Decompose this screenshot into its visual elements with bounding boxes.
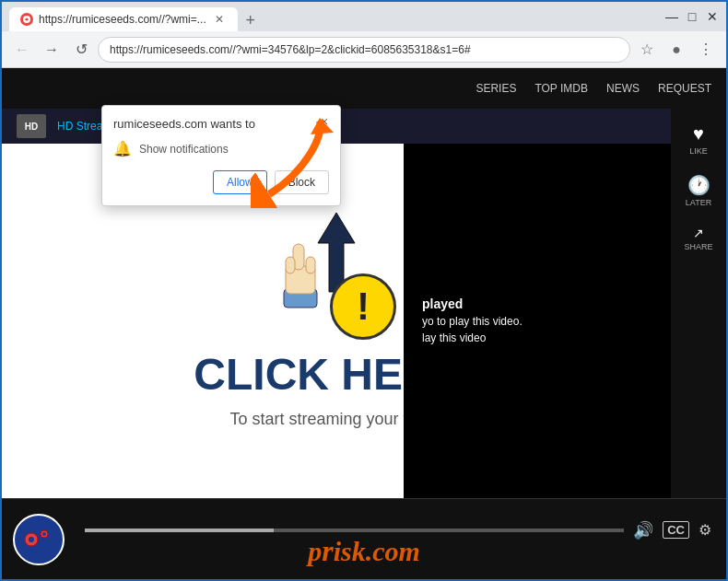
progress-bar[interactable] <box>85 529 624 532</box>
share-action[interactable]: ↗ SHARE <box>684 226 712 251</box>
address-right-icons: ☆ ● ⋮ <box>634 37 719 63</box>
popup-buttons: Allow Block <box>113 170 329 194</box>
popup-close-btn[interactable]: × <box>316 113 333 130</box>
like-label: LIKE <box>689 146 708 156</box>
minimize-button[interactable]: — <box>665 10 678 23</box>
share-label: SHARE <box>684 242 712 251</box>
popup-title: rumiceseeds.com wants to <box>113 117 329 131</box>
nav-request[interactable]: REQUEST <box>658 82 711 95</box>
pcrisk-logo-area <box>2 499 76 580</box>
pcrisk-text: prisk.com <box>308 536 420 566</box>
video-controls: 🔊 CC ⚙ <box>633 520 711 540</box>
site-navigation: SERIES TOP IMDB NEWS REQUEST <box>2 68 726 109</box>
later-icon: 🕐 <box>687 174 710 196</box>
pcrisk-logo-circle <box>13 514 65 565</box>
video-line1: played <box>422 296 463 311</box>
pcrisk-watermark: prisk.com <box>308 534 420 568</box>
like-icon: ♥ <box>693 123 704 145</box>
nav-top-imdb[interactable]: TOP IMDB <box>534 82 588 95</box>
svg-point-9 <box>29 537 34 542</box>
video-overlay: played yo to play this video. lay this v… <box>404 142 671 498</box>
like-action[interactable]: ♥ LIKE <box>689 123 708 156</box>
nav-series[interactable]: SERIES <box>476 82 516 95</box>
back-button[interactable]: ← <box>9 37 35 63</box>
profile-icon[interactable]: ● <box>663 37 689 63</box>
svg-point-11 <box>42 532 46 536</box>
svg-rect-5 <box>286 257 295 273</box>
tab-favicon <box>20 13 33 26</box>
url-bar[interactable] <box>98 37 630 63</box>
popup-bell-row: 🔔 Show notifications <box>113 140 329 157</box>
browser-window: https://rumiceseeds.com//?wmi=... ✕ + — … <box>0 0 728 581</box>
bell-icon: 🔔 <box>113 140 132 157</box>
maximize-button[interactable]: □ <box>686 10 699 23</box>
refresh-button[interactable]: ↺ <box>68 37 94 63</box>
video-player: prisk.com 🔊 CC ⚙ <box>2 498 726 579</box>
block-button[interactable]: Block <box>275 170 329 194</box>
forward-button[interactable]: → <box>39 37 65 63</box>
hd-badge: HD <box>17 114 46 138</box>
window-controls: — □ ✕ <box>665 10 719 23</box>
nav-news[interactable]: NEWS <box>606 82 640 95</box>
menu-icon[interactable]: ⋮ <box>693 37 719 63</box>
video-line2: yo to play this video. <box>422 315 523 328</box>
tab-close-btn[interactable]: ✕ <box>212 12 227 27</box>
later-label: LATER <box>686 198 711 207</box>
settings-icon[interactable]: ⚙ <box>699 521 711 539</box>
notification-popup: × rumiceseeds.com wants to 🔔 Show notifi… <box>101 105 341 206</box>
address-bar: ← → ↺ ☆ ● ⋮ <box>2 31 726 68</box>
share-icon: ↗ <box>693 226 704 240</box>
nav-links: SERIES TOP IMDB NEWS REQUEST <box>476 82 711 95</box>
cc-icon[interactable]: CC <box>663 521 689 539</box>
tab-title: https://rumiceseeds.com//?wmi=... <box>39 13 206 26</box>
new-tab-button[interactable]: + <box>238 9 264 31</box>
page-content: SERIES TOP IMDB NEWS REQUEST HD HD Strea… <box>2 68 726 579</box>
active-tab[interactable]: https://rumiceseeds.com//?wmi=... ✕ <box>9 7 238 31</box>
warning-circle: ! <box>330 273 396 340</box>
hand-svg <box>276 238 327 312</box>
volume-icon[interactable]: 🔊 <box>633 520 653 540</box>
title-bar: https://rumiceseeds.com//?wmi=... ✕ + — … <box>2 2 726 31</box>
video-line3: lay this video <box>422 331 486 344</box>
bookmark-icon[interactable]: ☆ <box>634 37 660 63</box>
pcrisk-circle-svg <box>20 521 57 558</box>
allow-button[interactable]: Allow <box>213 170 267 194</box>
tab-bar: https://rumiceseeds.com//?wmi=... ✕ + <box>9 2 660 31</box>
popup-bell-text: Show notifications <box>139 143 229 156</box>
later-action[interactable]: 🕐 LATER <box>686 174 711 207</box>
progress-fill <box>85 529 274 532</box>
click-illustration: ! <box>276 211 396 340</box>
close-button[interactable]: ✕ <box>706 10 719 23</box>
svg-rect-6 <box>306 257 315 273</box>
